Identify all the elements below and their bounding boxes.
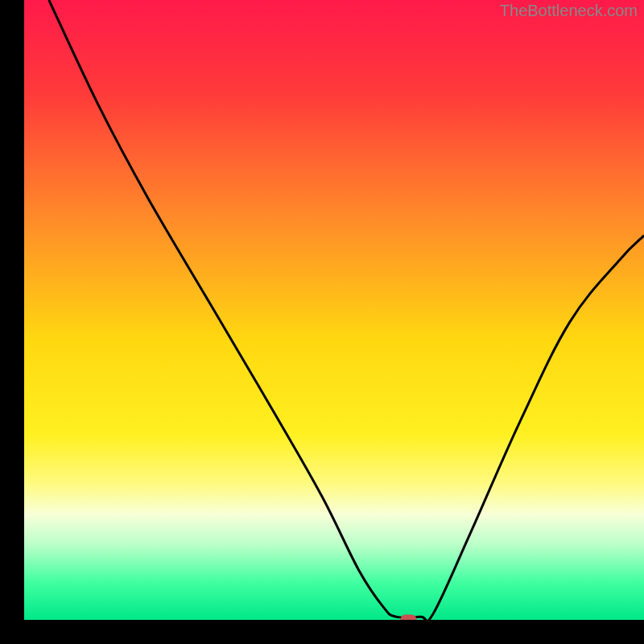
watermark-text: TheBottleneck.com xyxy=(500,2,638,20)
plot-background xyxy=(24,0,644,620)
left-border xyxy=(0,0,24,644)
chart-plot xyxy=(0,0,644,644)
chart-container: TheBottleneck.com xyxy=(0,0,644,644)
bottom-border xyxy=(0,620,644,644)
